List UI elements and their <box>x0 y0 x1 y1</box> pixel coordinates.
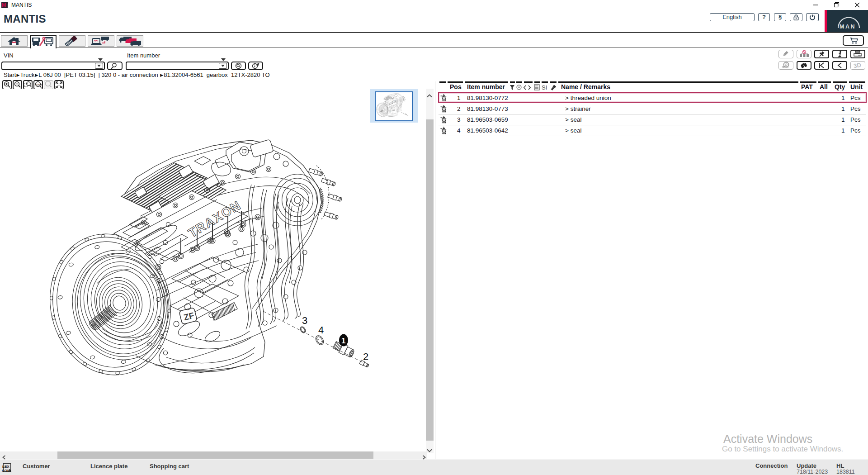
svg-text:4: 4 <box>318 324 324 336</box>
svg-text:1: 1 <box>341 337 345 345</box>
svg-text:SI: SI <box>542 84 547 91</box>
svg-text:3D: 3D <box>853 62 862 69</box>
svg-text:2: 2 <box>363 351 368 362</box>
svg-text:COM: COM <box>2 469 10 473</box>
svg-text:M: M <box>2 2 6 8</box>
svg-text:100%: 100% <box>36 83 42 86</box>
svg-text:MAN: MAN <box>840 24 856 30</box>
svg-text:3: 3 <box>302 315 307 326</box>
svg-text:LEX: LEX <box>2 465 9 469</box>
